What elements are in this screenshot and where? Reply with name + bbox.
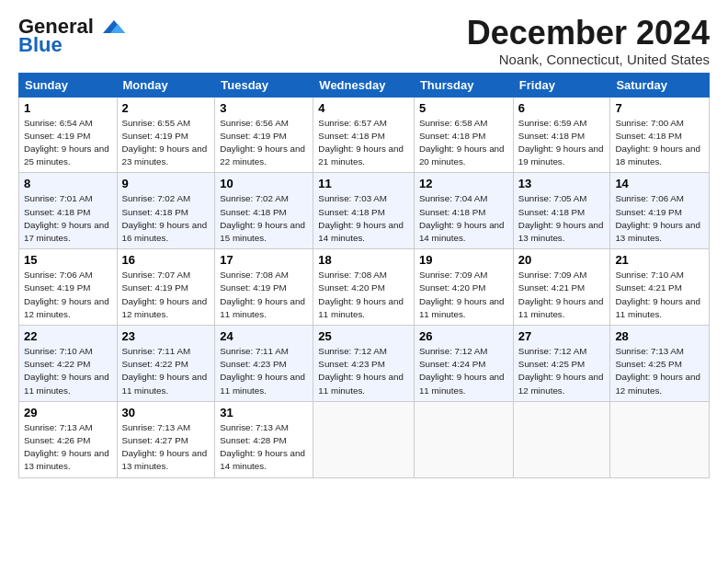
day-number: 14 xyxy=(615,177,704,190)
calendar-cell: 16 Sunrise: 7:07 AMSunset: 4:19 PMDaylig… xyxy=(117,249,215,326)
calendar-cell: 14 Sunrise: 7:06 AMSunset: 4:19 PMDaylig… xyxy=(610,173,710,249)
day-number: 22 xyxy=(24,329,112,343)
calendar-cell: 29 Sunrise: 7:13 AMSunset: 4:26 PMDaylig… xyxy=(19,401,118,477)
month-title: December 2024 xyxy=(467,15,710,52)
day-info: Sunrise: 7:10 AMSunset: 4:22 PMDaylight:… xyxy=(24,345,112,397)
day-info: Sunrise: 7:08 AMSunset: 4:20 PMDaylight:… xyxy=(318,269,409,321)
calendar-cell: 28 Sunrise: 7:13 AMSunset: 4:25 PMDaylig… xyxy=(610,326,710,402)
day-number: 13 xyxy=(518,177,606,190)
day-number: 29 xyxy=(24,406,112,419)
day-info: Sunrise: 7:08 AMSunset: 4:19 PMDaylight:… xyxy=(220,269,308,321)
calendar-cell: 22 Sunrise: 7:10 AMSunset: 4:22 PMDaylig… xyxy=(19,326,118,402)
day-info: Sunrise: 7:09 AMSunset: 4:20 PMDaylight:… xyxy=(419,269,508,321)
col-monday: Monday xyxy=(117,73,215,97)
col-wednesday: Wednesday xyxy=(313,73,415,97)
day-number: 9 xyxy=(122,177,210,190)
day-number: 12 xyxy=(419,177,508,190)
day-info: Sunrise: 7:11 AMSunset: 4:22 PMDaylight:… xyxy=(122,345,210,397)
calendar-cell: 18 Sunrise: 7:08 AMSunset: 4:20 PMDaylig… xyxy=(313,249,415,326)
calendar-cell: 15 Sunrise: 7:06 AMSunset: 4:19 PMDaylig… xyxy=(19,249,118,326)
day-number: 16 xyxy=(122,253,210,267)
day-info: Sunrise: 6:55 AMSunset: 4:19 PMDaylight:… xyxy=(122,117,210,169)
day-number: 18 xyxy=(318,253,409,267)
day-info: Sunrise: 7:12 AMSunset: 4:25 PMDaylight:… xyxy=(518,345,606,397)
day-info: Sunrise: 7:06 AMSunset: 4:19 PMDaylight:… xyxy=(24,269,112,321)
day-info: Sunrise: 7:10 AMSunset: 4:21 PMDaylight:… xyxy=(615,269,704,321)
day-info: Sunrise: 6:56 AMSunset: 4:19 PMDaylight:… xyxy=(220,117,308,169)
calendar-cell: 12 Sunrise: 7:04 AMSunset: 4:18 PMDaylig… xyxy=(414,173,513,249)
day-info: Sunrise: 7:13 AMSunset: 4:25 PMDaylight:… xyxy=(615,345,704,397)
calendar-cell: 5 Sunrise: 6:58 AMSunset: 4:18 PMDayligh… xyxy=(414,97,513,173)
day-info: Sunrise: 6:57 AMSunset: 4:18 PMDaylight:… xyxy=(318,117,409,169)
day-info: Sunrise: 6:54 AMSunset: 4:19 PMDaylight:… xyxy=(24,117,112,169)
day-number: 11 xyxy=(318,177,409,190)
logo-blue: Blue xyxy=(18,33,63,57)
calendar-cell: 4 Sunrise: 6:57 AMSunset: 4:18 PMDayligh… xyxy=(313,97,415,173)
day-number: 4 xyxy=(318,101,409,115)
logo: General Blue xyxy=(18,15,129,57)
calendar-cell xyxy=(513,401,610,477)
calendar-cell: 30 Sunrise: 7:13 AMSunset: 4:27 PMDaylig… xyxy=(117,401,215,477)
calendar-cell: 9 Sunrise: 7:02 AMSunset: 4:18 PMDayligh… xyxy=(117,173,215,249)
day-info: Sunrise: 7:06 AMSunset: 4:19 PMDaylight:… xyxy=(615,192,704,245)
header: General Blue December 2024 Noank, Connec… xyxy=(18,15,710,67)
calendar-cell: 17 Sunrise: 7:08 AMSunset: 4:19 PMDaylig… xyxy=(215,249,313,326)
calendar-week-3: 15 Sunrise: 7:06 AMSunset: 4:19 PMDaylig… xyxy=(19,249,710,326)
logo-icon xyxy=(96,17,129,37)
calendar-cell: 26 Sunrise: 7:12 AMSunset: 4:24 PMDaylig… xyxy=(414,326,513,402)
calendar-cell xyxy=(313,401,415,477)
calendar-cell: 23 Sunrise: 7:11 AMSunset: 4:22 PMDaylig… xyxy=(117,326,215,402)
day-number: 24 xyxy=(220,329,308,343)
day-number: 17 xyxy=(220,253,308,267)
calendar-cell: 31 Sunrise: 7:13 AMSunset: 4:28 PMDaylig… xyxy=(215,401,313,477)
day-number: 25 xyxy=(318,329,409,343)
calendar-cell: 27 Sunrise: 7:12 AMSunset: 4:25 PMDaylig… xyxy=(513,326,610,402)
calendar-cell: 20 Sunrise: 7:09 AMSunset: 4:21 PMDaylig… xyxy=(513,249,610,326)
page: General Blue December 2024 Noank, Connec… xyxy=(0,0,728,488)
day-info: Sunrise: 6:59 AMSunset: 4:18 PMDaylight:… xyxy=(518,117,606,169)
col-saturday: Saturday xyxy=(610,73,710,97)
day-info: Sunrise: 7:04 AMSunset: 4:18 PMDaylight:… xyxy=(419,192,508,245)
col-tuesday: Tuesday xyxy=(215,73,313,97)
title-block: December 2024 Noank, Connecticut, United… xyxy=(467,15,710,67)
day-number: 21 xyxy=(615,253,704,267)
calendar-week-2: 8 Sunrise: 7:01 AMSunset: 4:18 PMDayligh… xyxy=(19,173,710,249)
calendar-cell: 25 Sunrise: 7:12 AMSunset: 4:23 PMDaylig… xyxy=(313,326,415,402)
header-row: Sunday Monday Tuesday Wednesday Thursday… xyxy=(19,73,710,97)
calendar-week-4: 22 Sunrise: 7:10 AMSunset: 4:22 PMDaylig… xyxy=(19,326,710,402)
day-info: Sunrise: 7:11 AMSunset: 4:23 PMDaylight:… xyxy=(220,345,308,397)
calendar-cell: 13 Sunrise: 7:05 AMSunset: 4:18 PMDaylig… xyxy=(513,173,610,249)
day-number: 28 xyxy=(615,329,704,343)
col-friday: Friday xyxy=(513,73,610,97)
day-info: Sunrise: 7:02 AMSunset: 4:18 PMDaylight:… xyxy=(122,192,210,245)
calendar-cell: 6 Sunrise: 6:59 AMSunset: 4:18 PMDayligh… xyxy=(513,97,610,173)
day-number: 27 xyxy=(518,329,606,343)
day-info: Sunrise: 7:09 AMSunset: 4:21 PMDaylight:… xyxy=(518,269,606,321)
day-number: 3 xyxy=(220,101,308,115)
day-number: 5 xyxy=(419,101,508,115)
day-number: 7 xyxy=(615,101,704,115)
col-thursday: Thursday xyxy=(414,73,513,97)
day-number: 31 xyxy=(220,406,308,419)
calendar-cell: 10 Sunrise: 7:02 AMSunset: 4:18 PMDaylig… xyxy=(215,173,313,249)
day-number: 20 xyxy=(518,253,606,267)
day-number: 1 xyxy=(24,101,112,115)
day-number: 10 xyxy=(220,177,308,190)
day-number: 8 xyxy=(24,177,112,190)
calendar-cell: 21 Sunrise: 7:10 AMSunset: 4:21 PMDaylig… xyxy=(610,249,710,326)
day-number: 26 xyxy=(419,329,508,343)
day-number: 19 xyxy=(419,253,508,267)
calendar-table: Sunday Monday Tuesday Wednesday Thursday… xyxy=(18,73,710,478)
day-info: Sunrise: 7:00 AMSunset: 4:18 PMDaylight:… xyxy=(615,117,704,169)
calendar-cell xyxy=(414,401,513,477)
day-info: Sunrise: 7:12 AMSunset: 4:23 PMDaylight:… xyxy=(318,345,409,397)
day-number: 15 xyxy=(24,253,112,267)
day-info: Sunrise: 7:05 AMSunset: 4:18 PMDaylight:… xyxy=(518,192,606,245)
day-info: Sunrise: 7:13 AMSunset: 4:28 PMDaylight:… xyxy=(220,421,308,474)
day-number: 6 xyxy=(518,101,606,115)
col-sunday: Sunday xyxy=(19,73,118,97)
day-info: Sunrise: 7:12 AMSunset: 4:24 PMDaylight:… xyxy=(419,345,508,397)
calendar-cell xyxy=(610,401,710,477)
day-number: 2 xyxy=(122,101,210,115)
calendar-cell: 19 Sunrise: 7:09 AMSunset: 4:20 PMDaylig… xyxy=(414,249,513,326)
